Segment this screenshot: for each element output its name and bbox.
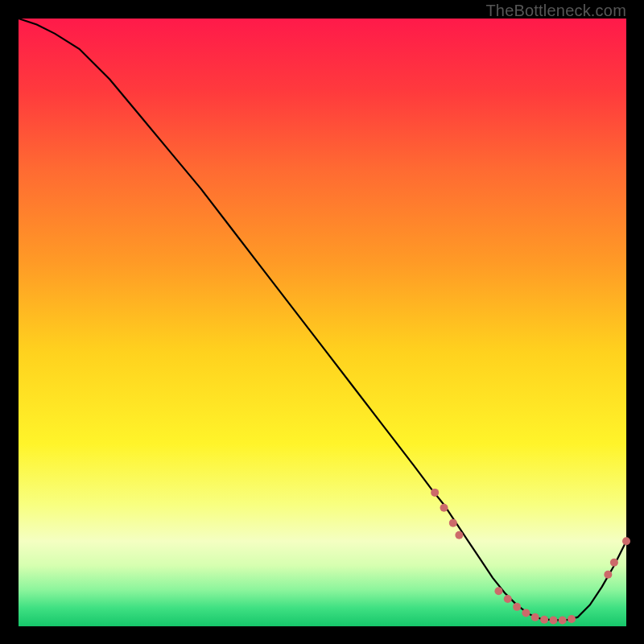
data-marker	[531, 613, 539, 621]
data-marker	[559, 616, 567, 624]
data-marker	[449, 519, 457, 527]
data-marker	[522, 609, 530, 617]
data-marker	[431, 489, 439, 497]
chart-stage: TheBottleneck.com	[0, 0, 644, 644]
marker-group	[431, 489, 630, 625]
chart-overlay	[19, 19, 626, 626]
data-marker	[440, 504, 448, 512]
data-marker	[540, 616, 548, 624]
bottleneck-curve-line	[19, 19, 626, 620]
data-marker	[513, 603, 521, 611]
data-marker	[549, 616, 557, 624]
data-marker	[622, 537, 630, 545]
data-marker	[494, 587, 502, 595]
data-marker	[604, 571, 612, 579]
data-marker	[504, 595, 512, 603]
data-marker	[455, 531, 463, 539]
watermark-text: TheBottleneck.com	[485, 2, 626, 20]
data-marker	[568, 615, 576, 623]
data-marker	[610, 559, 618, 567]
